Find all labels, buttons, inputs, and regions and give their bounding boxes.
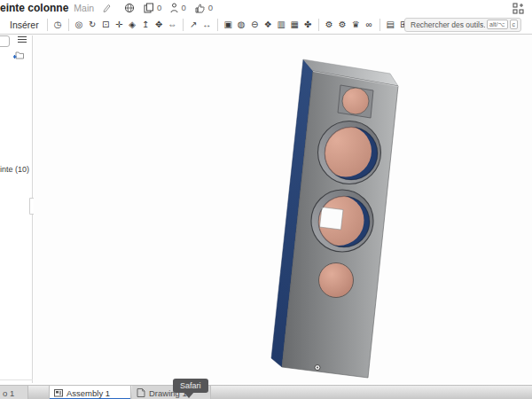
tool-search-box[interactable]: Rechercher des outils... alt/⌥ c: [404, 18, 521, 32]
selected-face-highlight[interactable]: [320, 207, 344, 231]
dock-tooltip-label: Safari: [180, 381, 201, 390]
measure-button[interactable]: ↔: [201, 18, 213, 32]
exploded-view-button[interactable]: ✤: [302, 18, 314, 32]
thumbs-up-icon: [195, 3, 206, 13]
bass-port[interactable]: [319, 263, 354, 298]
toolbar-separator: [217, 19, 218, 31]
add-folder-icon[interactable]: [13, 48, 25, 64]
ball-mate-button[interactable]: ✥: [153, 18, 165, 32]
dock-tooltip: Safari: [173, 379, 208, 393]
rack-pinion-relation-button[interactable]: ♛: [350, 18, 362, 32]
pattern-button[interactable]: ❖: [262, 18, 274, 32]
toolbar-separator: [183, 19, 184, 31]
group-button[interactable]: ▣: [223, 18, 234, 32]
tweeter-cone[interactable]: [342, 88, 369, 114]
likes-counter[interactable]: 0: [195, 3, 213, 13]
toolbar-separator: [318, 19, 319, 31]
copies-icon: [144, 3, 154, 13]
history-button[interactable]: ◷: [52, 18, 64, 32]
titlebar: einte colonne Main 0 0 0: [0, 0, 532, 15]
followers-counter[interactable]: 0: [170, 3, 185, 13]
parallel-mate-button[interactable]: ⇔: [167, 18, 178, 32]
toolbar-separator: [379, 19, 380, 31]
tab-part-studio-label: o 1: [3, 388, 14, 398]
document-title: einte colonne: [0, 2, 68, 14]
followers-icon: [170, 3, 178, 13]
shortcut-key-c: c: [510, 20, 519, 29]
planar-mate-button[interactable]: ✛: [113, 18, 125, 32]
toolbar-separator: [68, 19, 69, 31]
instances-filter-input[interactable]: [0, 35, 10, 47]
panel-divider: [0, 379, 33, 380]
drag-button[interactable]: ⊖: [249, 18, 261, 32]
screw-relation-button[interactable]: ⚙: [337, 18, 348, 32]
replicate-button[interactable]: ▥: [276, 18, 287, 32]
graphics-viewport[interactable]: [34, 35, 532, 383]
tab-assembly[interactable]: Assembly 1: [49, 386, 131, 399]
bom-table-button[interactable]: ▦: [289, 18, 301, 32]
toolbar-separator: [47, 19, 48, 31]
insert-button[interactable]: Insérer: [5, 18, 43, 32]
copies-counter[interactable]: 0: [144, 3, 161, 13]
instances-panel: inte (10) ≡: [0, 35, 33, 383]
workspace-label: Main: [74, 3, 94, 13]
list-options-icon[interactable]: [18, 36, 27, 44]
tooltip-arrow: [184, 392, 194, 398]
tool-search-placeholder: Rechercher des outils...: [411, 20, 485, 29]
fastened-mate-button[interactable]: ◎: [74, 18, 85, 32]
shortcut-key-alt: alt/⌥: [487, 20, 507, 29]
app-window: einte colonne Main 0 0 0 Insérer: [0, 0, 532, 399]
assembly-toolbar: Insérer ◷ ◎ ↻ ⊡ ✛ ◈ ↥ ✥ ⇔: [0, 15, 532, 35]
assembly-tab-icon: [54, 388, 63, 397]
display-states-button[interactable]: ▤: [385, 18, 396, 32]
branch-icon[interactable]: [102, 3, 112, 12]
named-positions-button[interactable]: ◍: [236, 18, 247, 32]
slider-mate-button[interactable]: ⊡: [100, 18, 112, 32]
toolbar-buttons: ◷ ◎ ↻ ⊡ ✛ ◈ ↥ ✥ ⇔ ↗: [51, 18, 411, 32]
likes-count: 0: [208, 3, 213, 12]
mate-connector-dot: [317, 367, 318, 369]
tab-assembly-label: Assembly 1: [66, 388, 110, 398]
gear-relation-button[interactable]: ⚙: [324, 18, 335, 32]
drawing-tab-icon: [137, 388, 145, 397]
tangent-mate-button[interactable]: ↗: [188, 18, 200, 32]
instances-group-label[interactable]: inte (10): [0, 165, 29, 174]
tab-part-studio[interactable]: o 1: [0, 386, 28, 399]
assembly-3d-model[interactable]: [34, 35, 532, 383]
revolute-mate-button[interactable]: ↻: [87, 18, 98, 32]
globe-icon[interactable]: [124, 3, 135, 13]
belt-relation-button[interactable]: ∞: [364, 18, 375, 32]
pin-slot-mate-button[interactable]: ↥: [140, 18, 152, 32]
document-tab-bar: o 1 Assembly 1 Drawing 1: [0, 385, 532, 399]
cylindrical-mate-button[interactable]: ◈: [127, 18, 138, 32]
copies-count: 0: [157, 3, 161, 12]
followers-count: 0: [181, 3, 185, 12]
